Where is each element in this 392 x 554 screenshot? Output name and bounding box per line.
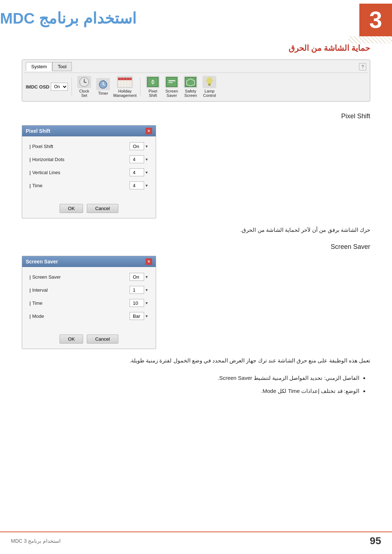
pixel-shift-value-box-2: 4 [130, 168, 144, 176]
screen-saver-dialog: Screen Saver × Screen Saver On ▼ Interva… [22, 256, 156, 349]
screen-saver-dialog-wrapper: Screen Saver × Screen Saver On ▼ Interva… [22, 256, 370, 349]
clock-set-icon [77, 76, 91, 88]
screen-saver-cancel-button[interactable]: Cancel [87, 335, 118, 344]
screen-saver-arrow-2: ▼ [145, 301, 148, 305]
toolbar-icon-safety-screen[interactable]: SafetyScreen [182, 76, 199, 98]
screen-saver-close-button[interactable]: × [146, 258, 152, 265]
pixel-shift-close-button[interactable]: × [146, 128, 152, 134]
toolbar-icon-holiday[interactable]: HolidayManagement [113, 76, 136, 98]
pixel-shift-label-1: Horizontal Dots [29, 157, 65, 162]
lamp-control-label: LampControl [203, 89, 216, 98]
timer-label: Timer [98, 91, 108, 95]
svg-line-35 [212, 78, 212, 79]
toolbar-body: IMDC OSD On Off ClockSet [24, 73, 368, 99]
pixel-shift-row-2: Vertical Lines 4 ▼ [29, 168, 148, 176]
chapter-badge: 3 [359, 4, 392, 36]
toolbar-icon-lamp-control[interactable]: LampControl [201, 76, 218, 98]
toolbar-icon-pixel-shift[interactable]: PixelShift [144, 76, 162, 98]
pixel-shift-dialog: Pixel Shift × Pixel Shift On ▼ Horizonta… [22, 125, 156, 218]
pixel-shift-row-0: Pixel Shift On ▼ [29, 142, 148, 150]
help-button[interactable]: ? [359, 63, 366, 70]
holiday-label: HolidayManagement [113, 89, 136, 98]
pixel-shift-label-0: Pixel Shift [29, 144, 53, 149]
tab-tool[interactable]: Tool [52, 62, 72, 71]
pixel-shift-value-box-1: 4 [130, 155, 144, 163]
pixel-shift-dialog-header: Pixel Shift × [22, 126, 156, 136]
screen-saver-label-2: Time [29, 300, 42, 306]
screen-saver-value-0[interactable]: On ▼ [130, 273, 148, 281]
screen-saver-dialog-body: Screen Saver On ▼ Interval 1 ▼ Tim [22, 267, 156, 331]
pixel-shift-label-3: Time [29, 183, 42, 188]
toolbar-container: System Tool ? IMDC OSD On Off [22, 59, 370, 102]
lamp-control-icon [203, 76, 216, 88]
svg-rect-11 [118, 78, 132, 80]
screen-saver-label-0: Screen Saver [29, 274, 61, 280]
pixel-shift-arrow-2: ▼ [145, 171, 148, 175]
screen-saver-row-3: Mode Bar ▼ [29, 312, 148, 320]
pixel-shift-value-0[interactable]: On ▼ [130, 142, 148, 150]
bullet-0-text-en: Screen Saver [219, 375, 252, 381]
bullet-1-suffix-en: Mode [263, 388, 277, 394]
screen-saver-dialog-header: Screen Saver × [22, 256, 156, 267]
holiday-icon [117, 76, 133, 88]
pixel-shift-row-1: Horizontal Dots 4 ▼ [29, 155, 148, 163]
svg-rect-31 [208, 83, 211, 85]
screen-saver-arrow-1: ▼ [145, 288, 148, 292]
header-area: استخدام برنامج MDC 3 [0, 0, 392, 36]
screen-saver-value-1[interactable]: 1 ▼ [130, 286, 148, 294]
screen-saver-row-0: Screen Saver On ▼ [29, 273, 148, 281]
osd-label: IMDC OSD [26, 84, 49, 90]
pixel-shift-arrow-0: ▼ [145, 144, 148, 148]
svg-point-30 [207, 77, 212, 84]
screen-saver-section-title: Screen Saver [22, 243, 370, 251]
pixel-shift-dialog-title: Pixel Shift [26, 128, 50, 134]
osd-dropdown[interactable]: On Off [51, 83, 68, 91]
screen-saver-row-2: Time 10 ▼ [29, 299, 148, 307]
screen-saver-value-box-1: 1 [130, 286, 144, 294]
screen-saver-icon [165, 76, 179, 88]
screen-saver-arrow-3: ▼ [145, 314, 148, 318]
screen-saver-dialog-title: Screen Saver [26, 259, 58, 264]
clock-set-label: ClockSet [79, 89, 89, 98]
pixel-shift-arrow-1: ▼ [145, 157, 148, 161]
timer-icon [96, 78, 110, 90]
screen-saver-label: ScreenSaver [166, 89, 178, 98]
toolbar-icon-screen-saver[interactable]: ScreenSaver [163, 76, 180, 98]
screen-saver-description: تعمل هذه الوظيفة على منع حرق الشاشة عند … [22, 356, 370, 365]
bullet-0-text-ar: الفاصل الزمني: تحديد الفواصل الزمنية لتن… [252, 375, 359, 381]
svg-point-4 [84, 82, 85, 83]
screen-saver-value-3[interactable]: Bar ▼ [130, 312, 148, 320]
screen-saver-dialog-footer: OK Cancel [22, 331, 156, 349]
screen-saver-label-3: Mode [29, 313, 44, 319]
tab-system[interactable]: System [26, 62, 52, 71]
pixel-shift-ok-button[interactable]: OK [60, 204, 83, 213]
screen-saver-value-2[interactable]: 10 ▼ [130, 299, 148, 307]
pixel-shift-dialog-wrapper: Pixel Shift × Pixel Shift On ▼ Horizonta… [22, 125, 370, 218]
pixel-shift-row-3: Time 4 ▼ [29, 181, 148, 189]
pixel-shift-label: PixelShift [148, 89, 157, 98]
pixel-shift-arrow-3: ▼ [145, 184, 148, 188]
pixel-shift-value-3[interactable]: 4 ▼ [130, 181, 148, 189]
bullet-1-text-ar: الوضع: قد تختلف إعدادات [300, 388, 359, 394]
section-heading: حماية الشاشة من الحرق [22, 44, 370, 53]
pixel-shift-value-box-0: On [130, 142, 144, 150]
screen-saver-value-box-3: Bar [130, 312, 144, 320]
pixel-shift-cancel-button[interactable]: Cancel [87, 204, 118, 213]
bullet-list: الفاصل الزمني: تحديد الفواصل الزمنية لتن… [22, 374, 370, 395]
svg-rect-32 [208, 85, 211, 86]
pixel-shift-value-1[interactable]: 4 ▼ [130, 155, 148, 163]
pixel-shift-value-2[interactable]: 4 ▼ [130, 168, 148, 176]
pixel-shift-label-2: Vertical Lines [29, 170, 60, 175]
safety-screen-label: SafetyScreen [184, 89, 197, 98]
pixel-shift-icon [146, 76, 160, 88]
screen-saver-ok-button[interactable]: OK [60, 335, 83, 344]
toolbar-icon-clock-set[interactable]: ClockSet [75, 76, 93, 98]
svg-rect-24 [168, 80, 175, 81]
page-footer: 95 استخدام برنامج MDC 3 [0, 532, 392, 547]
toolbar-icon-timer[interactable]: Timer [94, 78, 112, 95]
toolbar-divider [72, 78, 72, 96]
bullet-item-0: الفاصل الزمني: تحديد الفواصل الزمنية لتن… [22, 374, 359, 382]
toolbar-top: System Tool ? [24, 62, 368, 73]
chapter-title: استخدام برنامج MDC [0, 9, 136, 27]
screen-saver-row-1: Interval 1 ▼ [29, 286, 148, 294]
